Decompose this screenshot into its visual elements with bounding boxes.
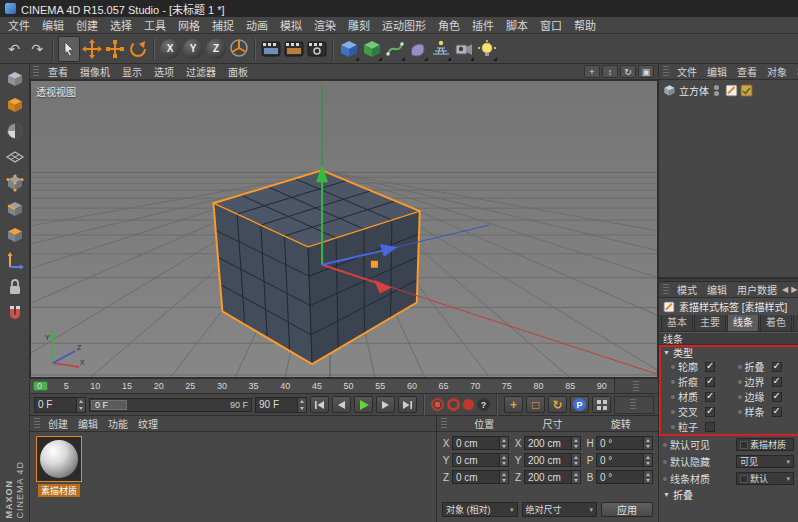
frame-stepper[interactable] [297, 398, 306, 412]
size-x-field[interactable] [525, 438, 571, 449]
attribute-menu-item[interactable]: 编辑 [702, 282, 732, 297]
key-parameter-toggle[interactable]: P [570, 396, 589, 413]
checkbox[interactable] [705, 377, 715, 387]
render-settings-button[interactable] [306, 36, 328, 62]
lock-y-button[interactable]: Y [182, 36, 204, 62]
size-mode-select[interactable]: 绝对尺寸▾ [522, 502, 598, 517]
environment-menu-button[interactable] [430, 36, 452, 62]
object-menu-item[interactable]: 对象 [762, 64, 792, 79]
object-menu-item[interactable]: 标签 [792, 64, 798, 79]
menu-item[interactable]: 渲染 [308, 17, 342, 33]
menu-item[interactable]: 模拟 [274, 17, 308, 33]
pan-view-icon[interactable]: + [584, 65, 600, 78]
attribute-tab[interactable]: 线条 [727, 315, 759, 331]
phong-tag-icon[interactable] [740, 84, 753, 97]
render-view-button[interactable] [260, 36, 282, 62]
panel-grip[interactable] [663, 66, 669, 77]
coordinate-system-button[interactable] [228, 36, 250, 62]
checkbox[interactable] [705, 422, 715, 432]
position-y-field[interactable] [453, 455, 499, 466]
viewport-menu-item[interactable]: 过滤器 [180, 64, 222, 79]
menu-item[interactable]: 创建 [70, 17, 104, 33]
panel-grip[interactable] [34, 418, 40, 429]
next-frame-button[interactable] [376, 396, 395, 413]
line-type-option[interactable]: 材质 [663, 389, 730, 404]
history-back-icon[interactable]: ◀ [782, 285, 788, 294]
value-stepper[interactable] [499, 454, 508, 466]
viewport-menu-item[interactable]: 查看 [42, 64, 74, 79]
checkbox[interactable] [705, 392, 715, 402]
attribute-menu-item[interactable]: 模式 [672, 282, 702, 297]
panel-grip[interactable] [663, 284, 669, 295]
panel-grip[interactable] [33, 66, 39, 77]
autokeying-button[interactable] [447, 398, 460, 411]
value-stepper[interactable] [571, 471, 580, 483]
menu-item[interactable]: 动画 [240, 17, 274, 33]
value-stepper[interactable] [643, 437, 652, 449]
current-frame-field[interactable] [35, 399, 76, 410]
light-menu-button[interactable] [476, 36, 498, 62]
menu-item[interactable]: 脚本 [500, 17, 534, 33]
line-type-option[interactable]: 样条 [730, 404, 797, 419]
menu-item[interactable]: 选择 [104, 17, 138, 33]
value-stepper[interactable] [643, 454, 652, 466]
object-menu-item[interactable]: 编辑 [702, 64, 732, 79]
key-scale-toggle[interactable]: □ [526, 396, 545, 413]
camera-menu-button[interactable] [453, 36, 475, 62]
value-stepper[interactable] [499, 437, 508, 449]
timeline-ruler[interactable]: 051015202530354045505560657075808590 [30, 378, 658, 394]
viewport-3d[interactable]: 透视视图 Y X Z [30, 80, 658, 378]
line-type-option[interactable]: 粒子 [663, 419, 730, 434]
line-type-option[interactable]: 轮廓 [663, 359, 730, 374]
primitives-menu-button[interactable] [338, 36, 360, 62]
subdivision-surface-menu-button[interactable] [361, 36, 383, 62]
make-editable-button[interactable] [3, 67, 27, 91]
menu-item[interactable]: 雕刻 [342, 17, 376, 33]
visibility-dots-icon[interactable] [714, 85, 719, 96]
move-tool-button[interactable] [81, 36, 103, 62]
apply-button[interactable]: 应用 [601, 502, 653, 517]
selection-tool-button[interactable] [58, 36, 80, 62]
scale-tool-button[interactable] [104, 36, 126, 62]
key-position-toggle[interactable]: + [504, 396, 523, 413]
rotation-h-field[interactable] [597, 438, 643, 449]
previous-frame-button[interactable] [332, 396, 351, 413]
material-item[interactable]: 素描材质 [36, 436, 82, 497]
rotation-p-field[interactable] [597, 455, 643, 466]
attribute-tab[interactable]: 选择 [793, 315, 798, 331]
rotate-tool-button[interactable] [127, 36, 149, 62]
coordinate-mode-select[interactable]: 对象 (相对)▾ [442, 502, 518, 517]
goto-start-button[interactable] [310, 396, 329, 413]
end-frame-field[interactable] [256, 399, 297, 410]
keyframe-selection-button[interactable] [463, 399, 474, 410]
spline-menu-button[interactable] [384, 36, 406, 62]
menu-item[interactable]: 窗口 [534, 17, 568, 33]
toggle-view-icon[interactable]: ▣ [638, 65, 654, 78]
lock-x-button[interactable]: X [159, 36, 181, 62]
checkbox[interactable] [772, 407, 782, 417]
material-menu-item[interactable]: 功能 [103, 416, 133, 431]
object-menu-item[interactable]: 查看 [732, 64, 762, 79]
viewport-menu-item[interactable]: 面板 [222, 64, 254, 79]
attribute-tab[interactable]: 主要 [694, 315, 726, 331]
attribute-tab[interactable]: 基本 [661, 315, 693, 331]
attribute-menu-item[interactable]: 用户数据 [732, 282, 782, 297]
value-stepper[interactable] [571, 437, 580, 449]
axis-mode-button[interactable] [3, 249, 27, 273]
key-pla-toggle[interactable] [592, 396, 611, 413]
polygons-mode-button[interactable] [3, 223, 27, 247]
material-thumbnail[interactable] [36, 436, 82, 482]
lock-z-button[interactable]: Z [205, 36, 227, 62]
menu-item[interactable]: 角色 [432, 17, 466, 33]
viewport-menu-item[interactable]: 摄像机 [74, 64, 116, 79]
timeline-options-box[interactable] [614, 379, 658, 393]
viewport-menu-item[interactable]: 选项 [148, 64, 180, 79]
deformer-menu-button[interactable] [407, 36, 429, 62]
frame-stepper[interactable] [76, 398, 85, 412]
material-name[interactable]: 素描材质 [38, 484, 80, 497]
checkbox[interactable] [705, 407, 715, 417]
attribute-tab[interactable]: 着色 [760, 315, 792, 331]
menu-item[interactable]: 运动图形 [376, 17, 432, 33]
play-button[interactable] [354, 396, 373, 413]
undo-button[interactable]: ↶ [3, 36, 25, 62]
